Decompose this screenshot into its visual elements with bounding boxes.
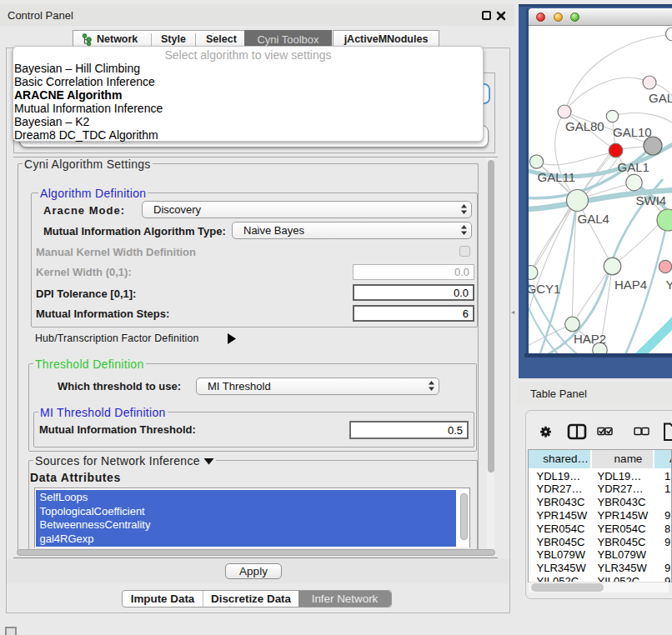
svg-text:GAL1: GAL1 bbox=[618, 160, 649, 174]
svg-text:GAL7: GAL7 bbox=[649, 91, 672, 105]
svg-text:GAL11: GAL11 bbox=[538, 170, 576, 184]
svg-text:GAL4: GAL4 bbox=[578, 212, 609, 226]
svg-text:SWI4: SWI4 bbox=[636, 193, 667, 208]
svg-text:YM: YM bbox=[666, 278, 672, 292]
svg-text:HAP4: HAP4 bbox=[614, 278, 647, 292]
svg-text:GCY1: GCY1 bbox=[529, 282, 560, 296]
svg-text:HAP2: HAP2 bbox=[574, 332, 606, 346]
svg-text:GAL80: GAL80 bbox=[565, 119, 604, 133]
svg-text:GAL10: GAL10 bbox=[613, 125, 652, 139]
